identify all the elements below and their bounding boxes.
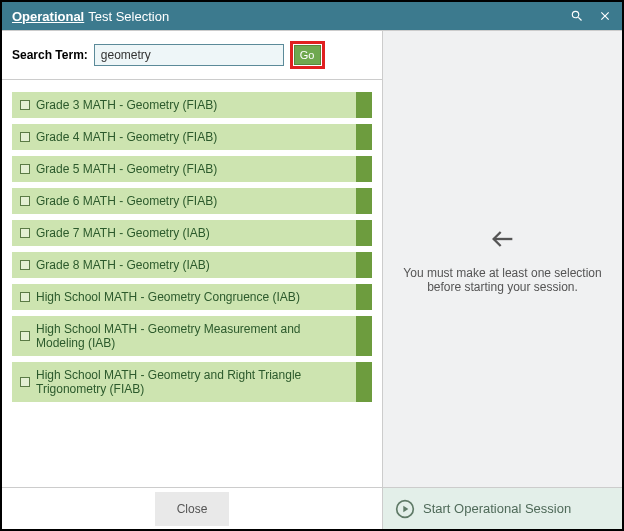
test-row-handle[interactable] [356,284,372,310]
checkbox-icon[interactable] [20,100,30,110]
checkbox-icon[interactable] [20,196,30,206]
checkbox-icon[interactable] [20,132,30,142]
search-label: Search Term: [12,48,88,62]
test-row-body: Grade 5 MATH - Geometry (FIAB) [12,156,356,182]
search-input[interactable] [94,44,284,66]
test-row[interactable]: High School MATH - Geometry Congruence (… [12,284,372,310]
right-panel-content: You must make at least one selection bef… [403,225,602,294]
test-row-label: High School MATH - Geometry and Right Tr… [36,368,348,396]
test-row[interactable]: Grade 8 MATH - Geometry (IAB) [12,252,372,278]
test-row-body: High School MATH - Geometry and Right Tr… [12,362,356,402]
left-panel: Search Term: Go Grade 3 MATH - Geometry … [2,31,382,487]
test-row-handle[interactable] [356,124,372,150]
test-row[interactable]: High School MATH - Geometry and Right Tr… [12,362,372,402]
test-row-handle[interactable] [356,220,372,246]
test-row-label: Grade 8 MATH - Geometry (IAB) [36,258,210,272]
test-row[interactable]: Grade 6 MATH - Geometry (FIAB) [12,188,372,214]
test-row-label: Grade 4 MATH - Geometry (FIAB) [36,130,217,144]
header-icons [570,9,612,23]
test-row[interactable]: Grade 5 MATH - Geometry (FIAB) [12,156,372,182]
checkbox-icon[interactable] [20,292,30,302]
test-row-label: Grade 6 MATH - Geometry (FIAB) [36,194,217,208]
test-row-handle[interactable] [356,252,372,278]
right-panel: You must make at least one selection bef… [382,31,622,487]
close-icon[interactable] [598,9,612,23]
dialog-window: Operational Test Selection Search Term: … [0,0,624,531]
footer-left: Close [2,488,382,529]
play-circle-icon [395,499,415,519]
start-session-label: Start Operational Session [423,501,571,516]
main-content: Search Term: Go Grade 3 MATH - Geometry … [2,30,622,487]
test-row-body: High School MATH - Geometry Measurement … [12,316,356,356]
search-row: Search Term: Go [2,31,382,80]
test-row-handle[interactable] [356,362,372,402]
selection-message: You must make at least one selection bef… [403,266,602,294]
test-row-label: Grade 3 MATH - Geometry (FIAB) [36,98,217,112]
test-row[interactable]: Grade 7 MATH - Geometry (IAB) [12,220,372,246]
test-row-handle[interactable] [356,316,372,356]
test-row-body: Grade 6 MATH - Geometry (FIAB) [12,188,356,214]
test-row[interactable]: High School MATH - Geometry Measurement … [12,316,372,356]
test-row-body: High School MATH - Geometry Congruence (… [12,284,356,310]
search-icon[interactable] [570,9,584,23]
test-row-body: Grade 8 MATH - Geometry (IAB) [12,252,356,278]
test-row-label: High School MATH - Geometry Measurement … [36,322,348,350]
back-arrow-icon [489,225,517,253]
test-row-handle[interactable] [356,92,372,118]
test-row-label: Grade 7 MATH - Geometry (IAB) [36,226,210,240]
test-row-handle[interactable] [356,156,372,182]
start-session-button[interactable]: Start Operational Session [382,488,622,529]
checkbox-icon[interactable] [20,164,30,174]
checkbox-icon[interactable] [20,228,30,238]
test-row-body: Grade 3 MATH - Geometry (FIAB) [12,92,356,118]
close-button[interactable]: Close [155,492,230,526]
dialog-footer: Close Start Operational Session [2,487,622,529]
test-row-label: High School MATH - Geometry Congruence (… [36,290,300,304]
header-title-operational: Operational [12,9,84,24]
test-row[interactable]: Grade 4 MATH - Geometry (FIAB) [12,124,372,150]
svg-marker-2 [403,505,408,512]
go-button-highlight: Go [290,41,325,69]
test-row-label: Grade 5 MATH - Geometry (FIAB) [36,162,217,176]
checkbox-icon[interactable] [20,260,30,270]
test-row-body: Grade 7 MATH - Geometry (IAB) [12,220,356,246]
checkbox-icon[interactable] [20,331,30,341]
dialog-header: Operational Test Selection [2,2,622,30]
header-title-rest: Test Selection [88,9,169,24]
test-row-handle[interactable] [356,188,372,214]
test-list: Grade 3 MATH - Geometry (FIAB)Grade 4 MA… [2,80,382,487]
test-row-body: Grade 4 MATH - Geometry (FIAB) [12,124,356,150]
checkbox-icon[interactable] [20,377,30,387]
test-row[interactable]: Grade 3 MATH - Geometry (FIAB) [12,92,372,118]
go-button[interactable]: Go [294,45,321,65]
